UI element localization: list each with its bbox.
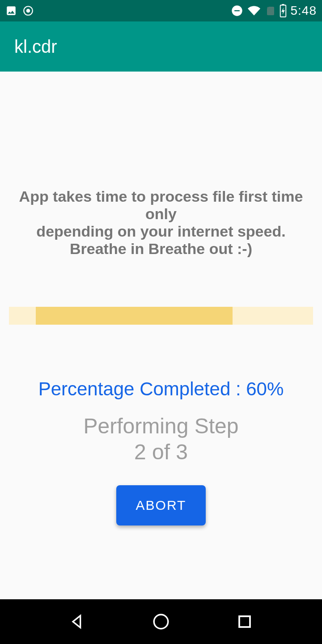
status-time: 5:48 bbox=[291, 4, 317, 18]
recent-apps-button[interactable] bbox=[233, 610, 256, 633]
status-right-icons: 5:48 bbox=[231, 4, 317, 18]
wifi-icon bbox=[247, 4, 261, 17]
svg-rect-6 bbox=[282, 4, 284, 5]
status-left-icons bbox=[5, 5, 34, 17]
image-icon bbox=[5, 5, 17, 17]
svg-rect-3 bbox=[234, 10, 240, 11]
app-bar: kl.cdr bbox=[0, 21, 322, 72]
percentage-completed-label: Percentage Completed : 60% bbox=[38, 378, 284, 400]
home-button[interactable] bbox=[150, 610, 172, 633]
progress-indicator bbox=[36, 307, 233, 325]
step-label: Performing Step 2 of 3 bbox=[84, 413, 239, 465]
back-button[interactable] bbox=[66, 610, 89, 633]
info-message: App takes time to process file first tim… bbox=[9, 188, 313, 258]
step-line-2: 2 of 3 bbox=[84, 439, 239, 465]
info-line-1: App takes time to process file first tim… bbox=[13, 188, 309, 223]
battery-charging-icon bbox=[279, 4, 287, 17]
sim-icon bbox=[265, 4, 275, 17]
navigation-bar bbox=[0, 599, 322, 644]
dnd-icon bbox=[231, 4, 243, 17]
svg-point-1 bbox=[27, 9, 30, 13]
info-line-3: Breathe in Breathe out :-) bbox=[13, 240, 309, 258]
main-content: App takes time to process file first tim… bbox=[0, 72, 322, 599]
svg-point-7 bbox=[154, 614, 168, 629]
svg-rect-8 bbox=[239, 616, 250, 627]
status-bar: 5:48 bbox=[0, 0, 322, 21]
step-line-1: Performing Step bbox=[84, 413, 239, 439]
info-line-2: depending on your internet speed. bbox=[13, 223, 309, 240]
progress-bar bbox=[9, 307, 313, 325]
circle-icon bbox=[22, 5, 34, 17]
app-title: kl.cdr bbox=[14, 37, 57, 57]
abort-button[interactable]: ABORT bbox=[116, 485, 206, 525]
